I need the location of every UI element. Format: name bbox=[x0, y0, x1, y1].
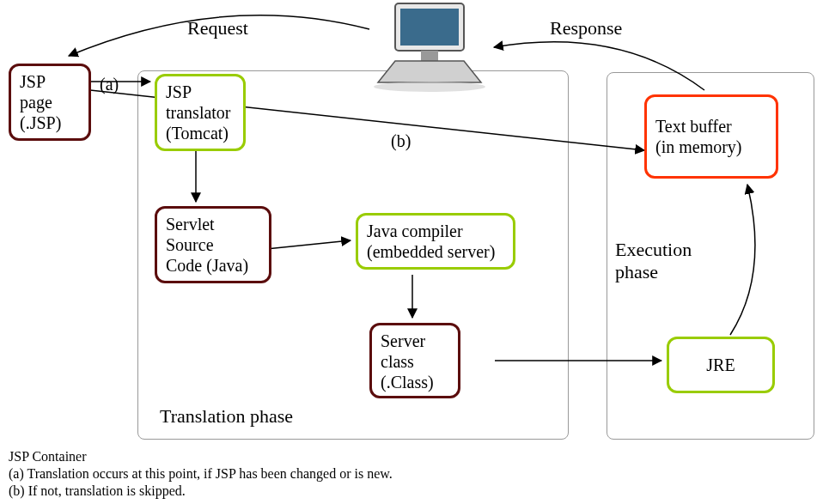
jre-box: JRE bbox=[667, 337, 775, 393]
footer-note-b: (b) If not, translation is skipped. bbox=[9, 483, 186, 501]
servlet-source-box: Servlet Source Code (Java) bbox=[155, 206, 271, 283]
execution-phase-label: Execution phase bbox=[615, 239, 692, 284]
footer-note-a: (a) Translation occurs at this point, if… bbox=[9, 465, 393, 483]
jsp-translator-box: JSP translator (Tomcat) bbox=[155, 74, 246, 151]
java-compiler-box: Java compiler (embedded server) bbox=[356, 213, 515, 270]
svg-rect-2 bbox=[421, 51, 438, 61]
svg-rect-0 bbox=[395, 3, 464, 51]
jsp-page-box: JSP page (.JSP) bbox=[9, 64, 91, 141]
text-buffer-box: Text buffer (in memory) bbox=[644, 94, 778, 179]
response-label: Response bbox=[550, 17, 622, 39]
svg-rect-1 bbox=[400, 9, 459, 46]
label-b: (b) bbox=[391, 131, 411, 151]
server-class-box: Server class (.Class) bbox=[369, 323, 460, 398]
request-label: Request bbox=[187, 17, 248, 39]
label-a: (a) bbox=[100, 74, 119, 94]
translation-phase-label: Translation phase bbox=[160, 405, 293, 428]
diagram-canvas: JSP page (.JSP) JSP translator (Tomcat) … bbox=[0, 0, 823, 504]
footer-container: JSP Container bbox=[9, 448, 87, 466]
